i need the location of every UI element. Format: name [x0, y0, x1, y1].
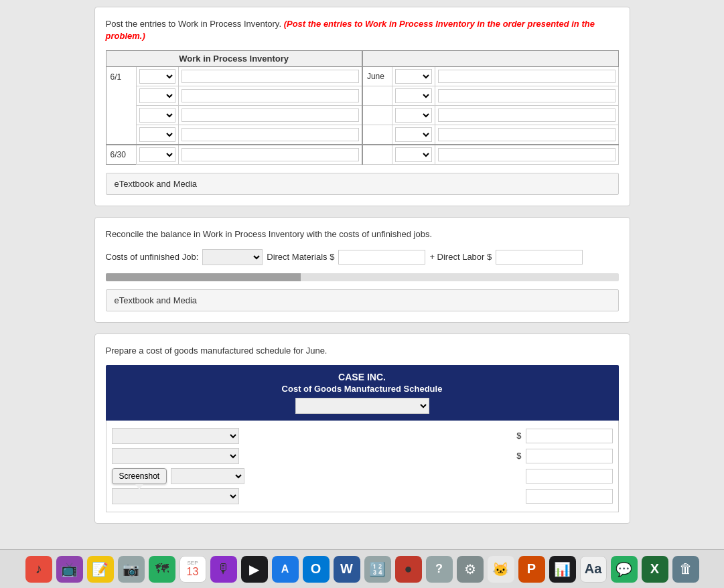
wip-select-right-3[interactable] [395, 108, 431, 123]
wip-input-630[interactable] [182, 148, 359, 161]
cogm-row-4 [106, 486, 618, 506]
cogm-header-dropdown[interactable] [295, 398, 429, 414]
wip-input-right-4[interactable] [438, 128, 616, 141]
screenshot-button[interactable]: Screenshot [112, 468, 167, 484]
wip-input-2[interactable] [182, 89, 359, 102]
cogm-input-4[interactable] [526, 489, 613, 504]
wip-row-4 [106, 125, 618, 145]
cogm-select-3[interactable] [171, 468, 244, 484]
plus-direct-labor-label: + Direct Labor $ [429, 252, 492, 262]
wip-select-cell-630 [136, 145, 178, 165]
wip-date-3 [106, 106, 136, 125]
wip-select-2[interactable] [139, 88, 175, 103]
cogm-row-1: $ [106, 426, 618, 446]
wip-etextbook-button[interactable]: eTextbook and Media [106, 173, 619, 195]
wip-input-right-630[interactable] [438, 148, 616, 161]
cogm-header: CASE INC. Cost of Goods Manufactured Sch… [106, 365, 619, 421]
screenshot-tooltip: Screenshot [112, 468, 167, 484]
direct-materials-input[interactable] [338, 250, 425, 265]
wip-label: Post the entries to Work in Process Inve… [106, 18, 619, 42]
wip-month-3 [362, 106, 392, 125]
wip-select-1[interactable] [139, 69, 175, 84]
wip-select-cell-right-630 [392, 145, 435, 165]
wip-select-cell-right-3 [392, 106, 435, 125]
wip-input-cell-630 [178, 145, 362, 165]
cogm-dollar-1: $ [516, 431, 521, 441]
cogm-label: Prepare a cost of goods manufactured sch… [106, 345, 619, 357]
cogm-title: CASE INC. [111, 372, 613, 382]
wip-select-cell-2 [136, 86, 178, 106]
wip-month-2 [362, 86, 392, 106]
cogm-input-1[interactable] [526, 429, 613, 443]
cogm-input-3[interactable] [526, 469, 613, 484]
wip-section: Post the entries to Work in Process Inve… [94, 7, 630, 206]
direct-labor-input[interactable] [496, 250, 583, 265]
wip-row-3 [106, 106, 618, 125]
wip-input-cell-right-2 [435, 86, 618, 106]
wip-select-right-4[interactable] [395, 127, 431, 142]
cogm-dollar-2: $ [516, 451, 521, 461]
wip-select-cell-right-2 [392, 86, 435, 106]
reconcile-etextbook-button[interactable]: eTextbook and Media [106, 289, 619, 311]
tooltip-arrow [135, 484, 143, 490]
wip-date-4 [106, 125, 136, 145]
progress-bar-fill [106, 273, 301, 281]
wip-date-2 [106, 86, 136, 106]
wip-select-cell-4 [136, 125, 178, 145]
reconcile-section: Reconcile the balance in Work in Process… [94, 217, 630, 322]
wip-month-1: June [362, 67, 392, 86]
cogm-select-4[interactable] [112, 488, 239, 504]
wip-input-right-2[interactable] [438, 89, 616, 102]
cogm-body: $ $ Screenshot [106, 421, 619, 512]
reconcile-progress-bar [106, 273, 619, 281]
wip-select-cell-1 [136, 67, 178, 86]
costs-unfinished-label: Costs of unfinished Job: [106, 252, 199, 262]
wip-input-right-3[interactable] [438, 108, 616, 122]
wip-select-right-630[interactable] [395, 147, 431, 162]
wip-input-cell-right-3 [435, 106, 618, 125]
wip-input-cell-right-1 [435, 67, 618, 86]
wip-row-2 [106, 86, 618, 106]
wip-table: Work in Process Inventory 6/1 [106, 50, 619, 165]
reconcile-label: Reconcile the balance in Work in Process… [106, 228, 619, 240]
wip-select-right-1[interactable] [395, 69, 431, 84]
wip-select-3[interactable] [139, 108, 175, 123]
wip-label-normal: Post the entries to Work in Process Inve… [106, 19, 282, 29]
wip-table-header: Work in Process Inventory [106, 51, 362, 67]
wip-input-cell-right-4 [435, 125, 618, 145]
cogm-input-2[interactable] [526, 449, 613, 463]
wip-month-630 [362, 145, 392, 165]
wip-input-right-1[interactable] [438, 70, 616, 83]
wip-select-right-2[interactable] [395, 88, 431, 103]
wip-month-4 [362, 125, 392, 145]
cogm-section: Prepare a cost of goods manufactured sch… [94, 334, 630, 524]
wip-input-3[interactable] [182, 108, 359, 122]
reconcile-row: Costs of unfinished Job: Direct Material… [106, 249, 619, 265]
wip-input-4[interactable] [182, 128, 359, 141]
cogm-select-2[interactable] [112, 448, 239, 464]
cogm-row-2: $ [106, 446, 618, 466]
wip-input-cell-right-630 [435, 145, 618, 165]
wip-input-cell-1 [178, 67, 362, 86]
wip-select-4[interactable] [139, 127, 175, 142]
wip-date-1: 6/1 [106, 67, 136, 86]
direct-materials-label: Direct Materials $ [267, 252, 334, 262]
wip-table-header-right [362, 51, 618, 67]
wip-input-cell-4 [178, 125, 362, 145]
wip-row-1: 6/1 June [106, 67, 618, 86]
cogm-subtitle: Cost of Goods Manufactured Schedule [111, 384, 613, 394]
wip-date-630: 6/30 [106, 145, 136, 165]
wip-select-cell-right-4 [392, 125, 435, 145]
cogm-row-3: Screenshot [106, 466, 618, 486]
wip-input-cell-2 [178, 86, 362, 106]
wip-select-cell-3 [136, 106, 178, 125]
cogm-select-1[interactable] [112, 428, 239, 444]
unfinished-job-select[interactable] [202, 249, 263, 265]
wip-select-cell-right-1 [392, 67, 435, 86]
wip-input-cell-3 [178, 106, 362, 125]
wip-input-1[interactable] [182, 70, 359, 83]
wip-select-630[interactable] [139, 147, 175, 162]
wip-row-630: 6/30 [106, 145, 618, 165]
